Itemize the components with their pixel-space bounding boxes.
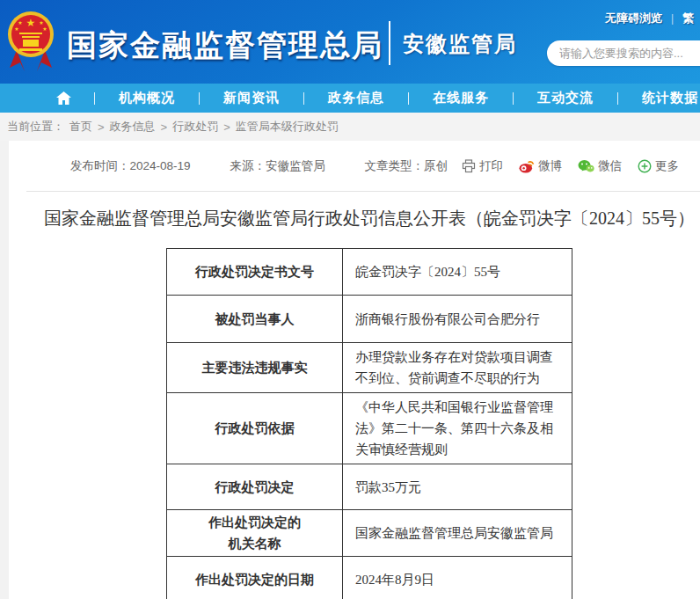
row-value: 《中华人民共和国银行业监督管理法》第二十一条、第四十六条及相关审慎经营规则 (343, 393, 572, 464)
type-label: 文章类型： (365, 159, 425, 172)
national-emblem-logo: ★ ★ ★ ★ ★ (7, 10, 55, 80)
row-label: 行政处罚决定 (167, 464, 343, 510)
row-label: 行政处罚决定书文号 (167, 249, 343, 296)
row-value: 国家金融监督管理总局安徽监管局 (343, 510, 572, 557)
nav-item-statistics[interactable]: 统计数据 (620, 90, 700, 106)
row-value: 皖金罚决字〔2024〕55号 (343, 249, 572, 296)
row-label: 作出处罚决定的 机关名称 (167, 510, 343, 557)
svg-text:★: ★ (26, 17, 36, 29)
plus-circle-icon (638, 159, 652, 173)
source-label: 来源： (230, 159, 266, 172)
type-value: 原创 (424, 159, 448, 172)
table-row: 行政处罚决定书文号 皖金罚决字〔2024〕55号 (167, 249, 572, 296)
publish-date-value: 2024-08-19 (130, 159, 191, 172)
breadcrumb-separator: > (223, 121, 230, 134)
more-share-button[interactable]: 更多 (638, 158, 679, 174)
main-nav: 机构概况 新闻资讯 政务信息 在线服务 互动交流 统计数据 (0, 84, 700, 113)
home-icon[interactable] (56, 91, 71, 105)
breadcrumb-separator: > (161, 121, 168, 134)
traditional-chinese-link[interactable]: 繁 (682, 11, 694, 26)
nav-separator (513, 92, 514, 105)
search-box (547, 40, 700, 66)
accessibility-link[interactable]: 无障碍浏览 (605, 11, 662, 26)
row-value: 办理贷款业务存在对贷款项目调查不到位、贷前调查不尽职的行为 (343, 343, 572, 393)
table-row: 作出处罚决定的日期 2024年8月9日 (167, 557, 572, 599)
article-meta-row: 发布时间：2024-08-19 来源：安徽监管局 文章类型：原创 (9, 153, 700, 179)
browser-viewport: ★ ★ ★ ★ ★ 国家金融监督管理总局 安徽监管局 无障碍浏览 | 繁 | (0, 0, 700, 599)
breadcrumb: 当前位置： 首页 > 政务信息 > 行政处罚 > 监管局本级行政处罚 (0, 113, 700, 141)
print-label: 打印 (479, 158, 503, 174)
top-links-separator: | (671, 12, 674, 25)
bureau-title: 安徽监管局 (403, 30, 517, 58)
nav-separator (199, 92, 200, 105)
weibo-share-button[interactable]: 微博 (519, 158, 562, 174)
breadcrumb-item-penalties[interactable]: 行政处罚 (172, 119, 218, 135)
nav-item-online-services[interactable]: 在线服务 (411, 90, 511, 106)
row-label: 被处罚当事人 (167, 296, 343, 343)
penalty-info-table: 行政处罚决定书文号 皖金罚决字〔2024〕55号 被处罚当事人 浙商银行股份有限… (166, 248, 572, 599)
article-panel: 发布时间：2024-08-19 来源：安徽监管局 文章类型：原创 (9, 141, 700, 599)
row-label: 行政处罚依据 (167, 393, 343, 464)
breadcrumb-separator: > (98, 121, 105, 134)
table-row: 行政处罚决定 罚款35万元 (167, 464, 572, 510)
national-emblem-icon: ★ ★ ★ ★ ★ (7, 10, 55, 77)
article-type: 文章类型：原创 (365, 158, 448, 174)
breadcrumb-label: 当前位置： (7, 119, 64, 135)
wechat-share-button[interactable]: 微信 (578, 158, 622, 174)
breadcrumb-item-home[interactable]: 首页 (69, 119, 92, 135)
table-row: 被处罚当事人 浙商银行股份有限公司合肥分行 (167, 296, 572, 343)
table-row: 主要违法违规事实 办理贷款业务存在对贷款项目调查不到位、贷前调查不尽职的行为 (167, 343, 572, 393)
row-label: 主要违法违规事实 (167, 343, 343, 393)
nav-item-news[interactable]: 新闻资讯 (201, 90, 302, 106)
breadcrumb-item-gov-info[interactable]: 政务信息 (110, 119, 156, 135)
publish-date-label: 发布时间： (70, 159, 130, 172)
nav-item-gov-info[interactable]: 政务信息 (306, 90, 406, 106)
svg-text:★: ★ (14, 26, 18, 32)
meta-divider (26, 191, 700, 192)
search-input[interactable] (547, 40, 700, 66)
nav-separator (408, 92, 409, 105)
nav-item-organization-overview[interactable]: 机构概况 (97, 90, 197, 106)
table-row: 行政处罚依据 《中华人民共和国银行业监督管理法》第二十一条、第四十六条及相关审慎… (167, 393, 572, 464)
wechat-icon (578, 159, 594, 173)
article-title: 国家金融监督管理总局安徽监管局行政处罚信息公开表（皖金罚决字〔2024〕55号） (9, 206, 700, 230)
printer-icon (462, 159, 476, 173)
article-source: 来源：安徽监管局 (230, 158, 325, 174)
share-bar: 打印 微博 (462, 153, 679, 179)
row-value: 2024年8月9日 (343, 557, 572, 599)
table-row: 作出处罚决定的 机关名称 国家金融监督管理总局安徽监管局 (167, 510, 572, 557)
more-label: 更多 (655, 158, 679, 174)
nav-separator (617, 92, 618, 105)
svg-text:★: ★ (18, 20, 22, 26)
svg-text:★: ★ (39, 20, 43, 26)
nav-separator (303, 92, 304, 105)
print-button[interactable]: 打印 (462, 158, 503, 174)
weibo-icon (519, 159, 535, 173)
row-value: 罚款35万元 (343, 464, 572, 510)
source-value: 安徽监管局 (266, 159, 325, 172)
wechat-label: 微信 (598, 158, 622, 174)
site-header: ★ ★ ★ ★ ★ 国家金融监督管理总局 安徽监管局 无障碍浏览 | 繁 | (0, 0, 700, 84)
breadcrumb-item-bureau-penalties[interactable]: 监管局本级行政处罚 (236, 119, 339, 135)
nav-item-interaction[interactable]: 互动交流 (515, 90, 616, 106)
page: ★ ★ ★ ★ ★ 国家金融监督管理总局 安徽监管局 无障碍浏览 | 繁 | (0, 0, 700, 599)
row-value: 浙商银行股份有限公司合肥分行 (343, 296, 572, 343)
top-utility-links: 无障碍浏览 | 繁 | 简 (605, 11, 700, 26)
row-label: 作出处罚决定的日期 (167, 557, 343, 599)
weibo-label: 微博 (538, 158, 562, 174)
svg-text:★: ★ (42, 26, 47, 32)
header-title-divider (389, 21, 390, 65)
site-title: 国家金融监督管理总局 (67, 26, 383, 66)
nav-separator (94, 92, 95, 105)
publish-date: 发布时间：2024-08-19 (70, 158, 191, 174)
